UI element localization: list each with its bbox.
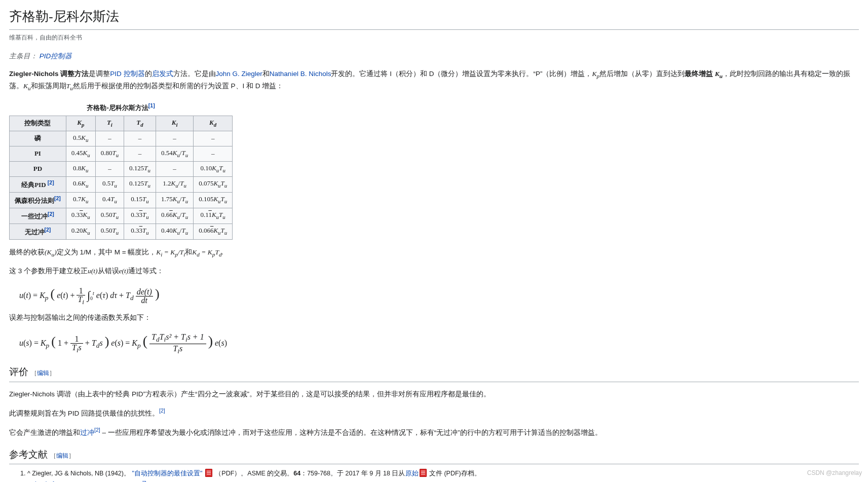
ref-item-1: ^ Ziegler, JG & Nichols, NB (1942)。 "自动控… bbox=[27, 468, 859, 478]
row-ref[interactable]: [2] bbox=[48, 179, 54, 186]
table-cell: 0.105KuTu bbox=[194, 192, 233, 208]
para-eq-intro: 这 3 个参数用于建立校正u(t)从错误e(t)通过等式： bbox=[9, 266, 859, 277]
math-ku: Ku bbox=[23, 82, 31, 90]
table-row: 佩森积分法则[2]0.7Ku0.4Tu0.15Tu1.75Ku/Tu0.105K… bbox=[10, 192, 233, 208]
ref-2b[interactable]: [2] bbox=[94, 427, 100, 433]
table-cell: 0.5Tu bbox=[95, 176, 124, 192]
intro-t7: 和振荡周期 bbox=[31, 82, 66, 90]
table-cell: 0.075KuTu bbox=[194, 176, 233, 192]
heading-evaluation: 评价 ［编辑］ bbox=[9, 364, 859, 382]
th-kd: Kd bbox=[194, 116, 233, 131]
table-cell: 1.2Ku/Tu bbox=[156, 176, 194, 192]
table-cell: 0.11KuTu bbox=[194, 208, 233, 224]
ref-2a[interactable]: [2] bbox=[159, 407, 165, 414]
eval-p3: 它会产生激进的增益和过冲[2] – 一些应用程序希望改为最小化或消除过冲，而对于… bbox=[9, 426, 859, 438]
table-cell: 0.45Ku bbox=[66, 146, 95, 161]
equation-us: u(s) = Kp ( 1 + 1 Tis + Tds ) e(s) = Kp … bbox=[19, 330, 859, 355]
table-cell: – bbox=[194, 146, 233, 161]
table-header-row: 控制类型 Kp Ti Td Ki Kd bbox=[10, 116, 233, 131]
th-kp: Kp bbox=[66, 116, 95, 131]
math-tu: Tu bbox=[66, 82, 73, 90]
link-pid[interactable]: PID 控制器 bbox=[110, 70, 144, 78]
intro-t5: 然后增加（从零）直到达到 bbox=[599, 70, 685, 78]
edit-link-refs[interactable]: 编辑 bbox=[56, 452, 68, 459]
link-overshoot[interactable]: 过冲 bbox=[80, 428, 94, 436]
table-cell: 0.50Tu bbox=[95, 208, 124, 224]
th-td: Td bbox=[124, 116, 156, 131]
edit-link-eval[interactable]: 编辑 bbox=[37, 369, 49, 377]
table-cell: – bbox=[156, 131, 194, 146]
row-label: 无过冲[2] bbox=[10, 224, 66, 239]
table-cell: – bbox=[124, 146, 156, 161]
link-nichols[interactable]: Nathaniel B. Nichols bbox=[270, 70, 331, 78]
table-cell: 0.66Ku/Tu bbox=[156, 208, 194, 224]
row-label: PD bbox=[10, 161, 66, 176]
hatnote: 主条目： PID控制器 bbox=[9, 51, 859, 62]
zn-table: 齐格勒-尼科尔斯方法[1] 控制类型 Kp Ti Td Ki Kd 磷0.5Ku… bbox=[9, 99, 233, 240]
table-row: 磷0.5Ku–––– bbox=[10, 131, 233, 146]
intro-t2: 的 bbox=[145, 70, 152, 78]
eval-p2: 此调整规则旨在为 PID 回路提供最佳的抗扰性。[2] bbox=[9, 406, 859, 419]
row-label: 磷 bbox=[10, 131, 66, 146]
page-subtitle: 维基百科，自由的百科全书 bbox=[9, 33, 859, 43]
watermark: CSDN @zhangrelay bbox=[807, 468, 862, 478]
th-type: 控制类型 bbox=[10, 116, 66, 131]
table-cell: 0.125Tu bbox=[124, 161, 156, 176]
table-cell: 0.33Tu bbox=[124, 224, 156, 239]
row-label: PI bbox=[10, 146, 66, 161]
table-cell: 0.20Ku bbox=[66, 224, 95, 239]
table-cell: 0.33Ku bbox=[66, 208, 95, 224]
intro-strong2: 最终增益 Ku bbox=[685, 70, 723, 78]
th-ti: Ti bbox=[95, 116, 124, 131]
table-cell: 0.4Tu bbox=[95, 192, 124, 208]
ref-1[interactable]: [1] bbox=[148, 102, 155, 108]
pdf-icon bbox=[420, 469, 427, 477]
table-cell: 0.15Tu bbox=[124, 192, 156, 208]
hatnote-prefix: 主条目： bbox=[9, 52, 37, 60]
eval-p1: Ziegler-Nichols 调谐（由上表中的“经典 PID”方程表示）产生“… bbox=[9, 389, 859, 400]
ref1-link[interactable]: "自动控制器的最佳设置" bbox=[132, 470, 202, 477]
table-cell: 0.50Tu bbox=[95, 224, 124, 239]
table-row: PI0.45Ku0.80Tu–0.54Ku/Tu– bbox=[10, 146, 233, 161]
table-cell: 0.80Tu bbox=[95, 146, 124, 161]
table-cell: 0.066KuTu bbox=[194, 224, 233, 239]
row-label: 一些过冲[2] bbox=[10, 208, 66, 224]
row-label: 佩森积分法则[2] bbox=[10, 192, 66, 208]
table-cell: – bbox=[95, 131, 124, 146]
table-cell: – bbox=[156, 161, 194, 176]
ref1-orig-link[interactable]: 原始 bbox=[405, 470, 419, 477]
intro-t3: 方法。它是由 bbox=[173, 70, 216, 78]
table-row: 经典PID [2]0.6Ku0.5Tu0.125Tu1.2Ku/Tu0.075K… bbox=[10, 176, 233, 192]
table-cell: – bbox=[194, 131, 233, 146]
table-row: PD0.8Ku–0.125Tu–0.10KuTu bbox=[10, 161, 233, 176]
table-cell: 1.75Ku/Tu bbox=[156, 192, 194, 208]
row-ref[interactable]: [2] bbox=[54, 195, 61, 201]
row-ref[interactable]: [2] bbox=[48, 211, 54, 217]
table-caption: 齐格勒-尼科尔斯方法[1] bbox=[9, 99, 233, 116]
equation-ut: u(t) = Kp ( e(t) + 1 Ti ∫0t e(τ) dτ + Td… bbox=[19, 283, 859, 306]
table-cell: 0.33Tu bbox=[124, 208, 156, 224]
pdf-icon bbox=[205, 469, 212, 477]
intro-t8: 然后用于根据使用的控制器类型和所需的行为设置 P、I 和 D 增益： bbox=[73, 82, 284, 90]
heading-references: 参考文献 ［编辑］ bbox=[9, 447, 859, 464]
table-cell: – bbox=[124, 131, 156, 146]
intro-t4: 开发的。它通过将 I（积分）和 D（微分）增益设置为零来执行。“P”（比例）增益… bbox=[331, 70, 592, 78]
para-transfer: 误差与控制器输出之间的传递函数关系如下： bbox=[9, 312, 859, 323]
th-ki: Ki bbox=[156, 116, 194, 131]
table-cell: 0.5Ku bbox=[66, 131, 95, 146]
row-label: 经典PID [2] bbox=[10, 176, 66, 192]
link-ziegler[interactable]: John G. Ziegler bbox=[216, 70, 262, 78]
table-cell: 0.7Ku bbox=[66, 192, 95, 208]
table-row: 无过冲[2]0.20Ku0.50Tu0.33Tu0.40Ku/Tu0.066Ku… bbox=[10, 224, 233, 239]
table-cell: – bbox=[95, 161, 124, 176]
table-cell: 0.10KuTu bbox=[194, 161, 233, 176]
ref-item-2: ^a b c d e f Ziegler-Nichols PID 调整规则，Mi… bbox=[27, 480, 859, 482]
hatnote-link[interactable]: PID控制器 bbox=[40, 52, 72, 60]
para-after-table: 最终的收获(Ku)定义为 1/M，其中 M = 幅度比，Ki = Kp/Ti和K… bbox=[9, 247, 859, 259]
link-heuristic[interactable]: 启发式 bbox=[152, 70, 173, 78]
intro-and: 和 bbox=[262, 70, 270, 78]
intro-t1: 是调整 bbox=[89, 70, 110, 78]
intro-paragraph: Ziegler-Nichols 调整方法是调整PID 控制器的启发式方法。它是由… bbox=[9, 68, 859, 92]
row-ref[interactable]: [2] bbox=[45, 227, 51, 233]
table-cell: 0.6Ku bbox=[66, 176, 95, 192]
